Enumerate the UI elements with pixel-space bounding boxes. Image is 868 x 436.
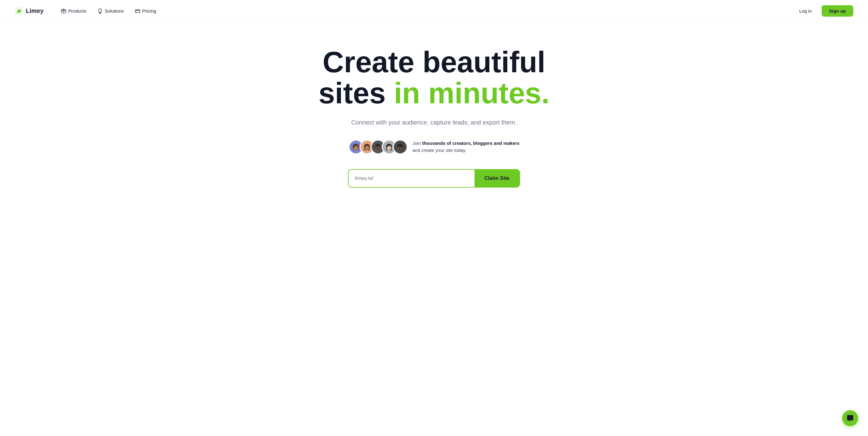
hero-subtitle: Connect with your audience, capture lead… <box>351 117 517 127</box>
signup-button[interactable]: Sign up <box>822 5 853 17</box>
social-proof-prefix: Join <box>412 141 422 146</box>
nav-right: Log in Sign up <box>794 5 853 17</box>
url-input[interactable] <box>349 170 474 187</box>
chat-button[interactable] <box>842 410 858 426</box>
hero-section: Create beautiful sites in minutes. Conne… <box>0 22 868 206</box>
nav-label-pricing: Pricing <box>142 8 156 13</box>
box-icon <box>61 8 66 14</box>
headline-line2-plain: sites <box>318 77 394 110</box>
login-button[interactable]: Log in <box>794 6 817 16</box>
social-proof-bold: thousands of creators, bloggers and make… <box>422 141 519 146</box>
nav-links: Products Solutions Pricing <box>56 6 794 16</box>
nav-item-pricing[interactable]: Pricing <box>130 6 161 16</box>
nav-label-solutions: Solutions <box>105 8 124 13</box>
social-proof-text: Join thousands of creators, bloggers and… <box>412 140 519 154</box>
card-icon <box>135 8 141 14</box>
claim-site-button[interactable]: Claim Site <box>474 170 519 187</box>
logo-text: Limey <box>26 7 43 14</box>
bulb-icon <box>97 8 103 14</box>
logo-icon <box>15 7 23 16</box>
avatar-group: 🧑🏽 👩🏽 👨🏿 👩🏻 👦🏿 <box>349 140 408 154</box>
navbar: Limey Products Solutions <box>0 0 868 22</box>
svg-rect-1 <box>135 9 140 12</box>
cta-form: Claim Site <box>348 169 520 187</box>
avatar-5: 👦🏿 <box>393 140 408 154</box>
social-proof-plain: and create your site today. <box>412 148 467 153</box>
hero-headline: Create beautiful sites in minutes. <box>318 47 550 109</box>
social-proof: 🧑🏽 👩🏽 👨🏿 👩🏻 👦🏿 Join thousands of creator… <box>349 140 519 154</box>
nav-item-products[interactable]: Products <box>56 6 91 16</box>
headline-accent: in minutes. <box>394 77 550 110</box>
chat-icon <box>846 414 854 422</box>
headline-line1: Create beautiful <box>322 46 545 79</box>
logo-link[interactable]: Limey <box>15 7 43 16</box>
nav-label-products: Products <box>68 8 86 13</box>
nav-item-solutions[interactable]: Solutions <box>92 6 129 16</box>
